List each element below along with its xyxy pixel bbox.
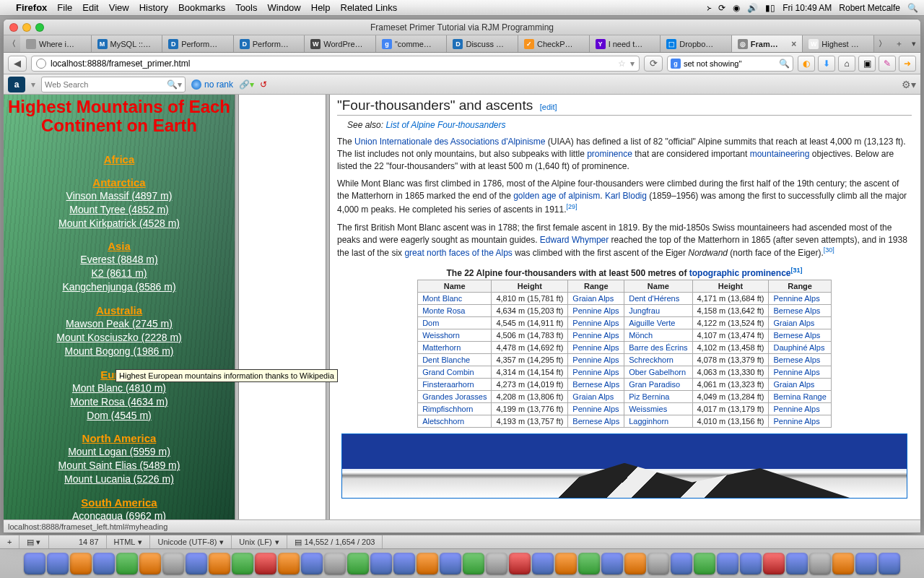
mountain-link[interactable]: Mont Blanc (4810 m) [8,381,230,395]
web-search-field[interactable]: 🔍▾ [41,77,186,92]
mountain-link[interactable]: Mount Kirkpatrick (4528 m) [8,217,230,230]
mountain-link[interactable]: Aconcagua (6962 m) [8,509,230,519]
dock-app-icon[interactable] [116,553,138,574]
ext-icon-2[interactable]: ▣ [858,56,876,72]
menu-help[interactable]: Help [311,2,331,13]
mountain-link[interactable]: K2 (8611 m) [8,267,230,280]
toolbar-settings-icon[interactable]: ⚙▾ [902,79,916,90]
table-link[interactable]: Jungfrau [629,306,660,315]
mountain-link[interactable]: Mount Logan (5959 m) [8,445,230,459]
link-prominence[interactable]: prominence [587,149,632,159]
mountain-link[interactable]: Mount Bogong (1986 m) [8,345,230,358]
table-link[interactable]: Bernese Alps [572,380,619,389]
dock-app-icon[interactable] [70,553,92,574]
editor-add-button[interactable]: + [0,535,19,548]
see-also-link[interactable]: List of Alpine Four-thousanders [385,120,505,130]
url-bar[interactable]: ☆ ▾ [31,56,640,72]
link-blodig[interactable]: Karl Blodig [605,191,647,201]
table-link[interactable]: Mont Blanc [422,294,462,303]
dock-app-icon[interactable] [232,553,253,574]
continent-link[interactable]: North America [82,432,157,444]
dock-app-icon[interactable] [740,553,762,574]
browser-tab[interactable]: YI need t… [590,35,661,52]
reload-button[interactable]: ⟳ [644,56,663,72]
link-whymper[interactable]: Edward Whymper [540,235,609,245]
bookmark-star-icon[interactable]: ☆ [618,59,626,69]
menu-file[interactable]: File [57,2,72,13]
browser-tab[interactable]: MMySQL ::… [92,35,163,52]
ref-29[interactable]: [29] [567,203,578,210]
table-link[interactable]: Schreckhorn [629,355,674,364]
search-go-icon[interactable]: 🔍 [779,59,790,69]
table-link[interactable]: Grandes Jorasses [422,392,487,401]
dock-app-icon[interactable] [671,553,692,574]
editor-lineending-select[interactable]: Unix (LF) ▾ [232,535,287,548]
mountain-link[interactable]: Mount Saint Elias (5489 m) [8,459,230,473]
menu-edit[interactable]: Edit [82,2,98,13]
menu-window[interactable]: Window [268,2,301,13]
dock-app-icon[interactable] [855,553,877,574]
back-button[interactable]: ◀ [8,56,27,72]
web-search-input[interactable] [45,80,167,89]
site-identity-icon[interactable] [36,59,46,69]
continent-link[interactable]: Asia [108,240,131,252]
table-link[interactable]: Barre des Écrins [629,343,687,352]
dock-app-icon[interactable] [624,553,646,574]
ext-icon-3[interactable]: ✎ [879,56,896,72]
mountain-panorama-image[interactable] [341,434,907,499]
continent-link[interactable]: South America [81,496,157,509]
browser-tab[interactable]: ◎Fram…× [732,35,803,52]
browser-tab[interactable]: ✓CheckP… [518,35,590,52]
table-link[interactable]: Pennine Alps [572,319,619,327]
ext-icon-1[interactable]: ◐ [798,56,815,72]
table-link[interactable]: Ober Gabelhorn [629,368,686,376]
table-link[interactable]: Graian Alps [572,392,614,401]
table-link[interactable]: Rimpfischhorn [422,405,473,413]
dock-app-icon[interactable] [486,553,507,574]
menu-bookmarks[interactable]: Bookmarks [178,2,225,13]
table-link[interactable]: Dent d'Hérens [629,294,679,303]
dock-app-icon[interactable] [255,553,276,574]
table-link[interactable]: Dent Blanche [422,355,470,364]
mountain-link[interactable]: Kangchenjunga (8586 m) [8,280,230,294]
dock-app-icon[interactable] [324,553,346,574]
browser-tab[interactable]: DPerform… [162,35,234,52]
dock-app-icon[interactable] [393,553,415,574]
new-tab-button[interactable]: ＋ [891,35,907,52]
table-link[interactable]: Graian Alps [773,380,814,389]
dock-app-icon[interactable] [879,553,900,574]
browser-tab[interactable]: Where i… [20,35,92,52]
volume-icon[interactable]: 🔊 [747,3,758,13]
wifi-icon[interactable]: ◉ [733,3,740,13]
table-link[interactable]: Gran Paradiso [629,380,680,389]
alexa-icon[interactable]: a [8,77,25,92]
table-link[interactable]: Bernina Range [773,392,826,401]
continent-link[interactable]: Australia [96,304,142,316]
dock-app-icon[interactable] [694,553,715,574]
table-link[interactable]: Bernese Alps [773,306,820,315]
browser-tab[interactable]: WHighest … [803,35,874,52]
dock-app-icon[interactable] [301,553,323,574]
table-link[interactable]: Aiguille Verte [629,319,675,327]
table-link[interactable]: Pennine Alps [572,331,619,340]
table-link[interactable]: Pennine Alps [572,306,619,315]
dock-app-icon[interactable] [648,553,669,574]
dock-app-icon[interactable] [278,553,300,574]
browser-tab[interactable]: DPerform… [234,35,305,52]
menu-view[interactable]: View [109,2,129,13]
table-link[interactable]: Pennine Alps [773,417,819,426]
dock-app-icon[interactable] [763,553,785,574]
table-link[interactable]: Bernese Alps [572,417,619,426]
dock-app-icon[interactable] [786,553,808,574]
web-search-go[interactable]: 🔍▾ [167,79,182,90]
dock-app-icon[interactable] [347,553,369,574]
tabs-scroll-right[interactable]: 〉 [874,35,891,52]
table-link[interactable]: Dauphiné Alps [773,343,824,352]
dock-app-icon[interactable] [417,553,438,574]
table-link[interactable]: Finsteraarhorn [422,380,474,389]
dock-app-icon[interactable] [24,553,45,574]
edit-section-link[interactable]: [edit] [540,103,557,111]
table-link[interactable]: Weisshorn [422,331,460,340]
dock-app-icon[interactable] [209,553,230,574]
dock-app-icon[interactable] [440,553,461,574]
